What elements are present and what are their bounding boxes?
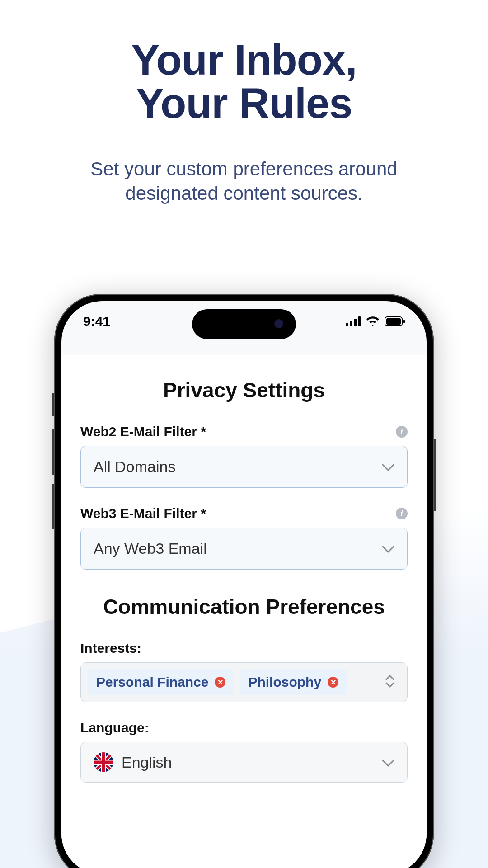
info-icon[interactable]: i [396, 426, 408, 438]
web3-filter-value: Any Web3 Email [94, 540, 207, 557]
interest-chip-personal-finance: Personal Finance ✕ [88, 669, 234, 695]
cellular-icon [346, 316, 361, 326]
remove-chip-icon[interactable]: ✕ [328, 677, 338, 688]
hero-title-line-2: Your Rules [136, 80, 352, 127]
hero-subtitle: Set your custom preferences around desig… [0, 157, 488, 206]
interests-label-row: Interests: [80, 641, 408, 656]
select-expand-icon [385, 674, 400, 690]
interests-multiselect[interactable]: Personal Finance ✕ Philosophy ✕ [80, 662, 408, 702]
web3-filter-label: Web3 E-Mail Filter * [80, 506, 206, 521]
settings-content: Privacy Settings Web2 E-Mail Filter * i … [61, 355, 427, 868]
svg-rect-0 [346, 323, 348, 326]
uk-flag-icon [94, 752, 113, 772]
phone-mockup: 9:41 Privacy Settings Web2 E-Mail Filter… [54, 294, 434, 868]
phone-screen: 9:41 Privacy Settings Web2 E-Mail Filter… [61, 301, 427, 868]
privacy-settings-title: Privacy Settings [80, 378, 408, 402]
status-time: 9:41 [83, 314, 110, 329]
svg-rect-6 [403, 320, 405, 323]
hero-title: Your Inbox, Your Rules [0, 38, 488, 125]
language-select[interactable]: English [80, 742, 408, 783]
chip-label: Philosophy [248, 675, 321, 690]
svg-rect-1 [350, 321, 352, 326]
communication-preferences-title: Communication Preferences [80, 594, 408, 619]
web2-filter-label-row: Web2 E-Mail Filter * i [80, 424, 408, 439]
language-value: English [122, 754, 172, 771]
interests-label: Interests: [80, 641, 141, 656]
phone-power-button [434, 439, 436, 511]
svg-rect-2 [354, 319, 357, 326]
web2-filter-label: Web2 E-Mail Filter * [80, 424, 206, 439]
web3-filter-select[interactable]: Any Web3 Email [80, 528, 408, 570]
hero-subtitle-line-2: designated content sources. [125, 183, 362, 204]
interest-chip-philosophy: Philosophy ✕ [240, 669, 347, 695]
wifi-icon [366, 316, 380, 326]
web2-filter-value: All Domains [94, 458, 175, 476]
chevron-down-icon [382, 754, 394, 771]
phone-mute-switch [52, 393, 54, 416]
status-indicators [346, 316, 405, 326]
svg-rect-3 [358, 316, 361, 326]
phone-volume-down [52, 484, 54, 529]
language-label: Language: [80, 720, 149, 736]
dynamic-island [192, 309, 296, 339]
chevron-down-icon [382, 458, 394, 476]
language-label-row: Language: [80, 720, 408, 736]
web2-filter-select[interactable]: All Domains [80, 446, 408, 488]
hero-title-line-1: Your Inbox, [131, 36, 357, 84]
interest-chips: Personal Finance ✕ Philosophy ✕ [88, 669, 347, 695]
hero-subtitle-line-1: Set your custom preferences around [90, 158, 397, 179]
phone-frame: 9:41 Privacy Settings Web2 E-Mail Filter… [54, 294, 434, 868]
chevron-down-icon [382, 540, 394, 557]
battery-icon [385, 316, 405, 326]
language-value-group: English [94, 752, 172, 772]
remove-chip-icon[interactable]: ✕ [215, 677, 225, 688]
chip-label: Personal Finance [96, 675, 208, 690]
web3-filter-label-row: Web3 E-Mail Filter * i [80, 506, 408, 521]
info-icon[interactable]: i [396, 508, 408, 519]
hero-section: Your Inbox, Your Rules Set your custom p… [0, 0, 488, 206]
phone-volume-up [52, 429, 54, 475]
svg-rect-5 [386, 318, 401, 325]
